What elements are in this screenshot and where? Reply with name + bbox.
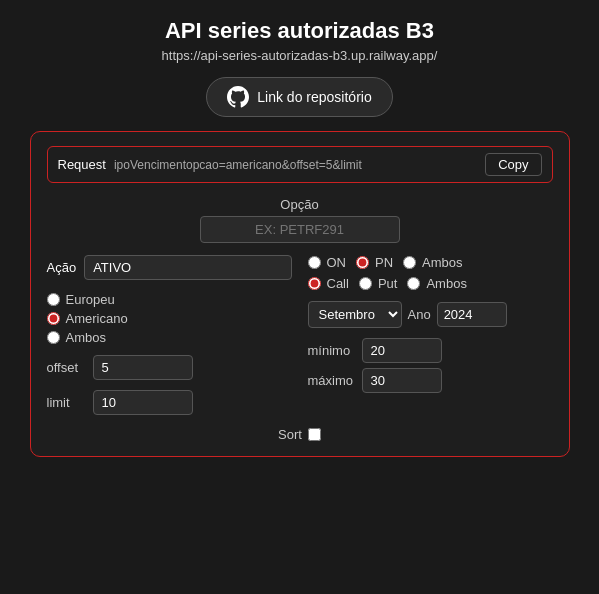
radio-americano[interactable]: Americano	[47, 311, 292, 326]
radio-ambos-tipo-label: Ambos	[422, 255, 462, 270]
main-card: Request ipoVencimentopcao=americano&offs…	[30, 131, 570, 457]
minimo-input[interactable]	[362, 338, 442, 363]
radio-pn-input[interactable]	[356, 256, 369, 269]
offset-input[interactable]	[93, 355, 193, 380]
radio-on-input[interactable]	[308, 256, 321, 269]
radio-put-input[interactable]	[359, 277, 372, 290]
callput-radio-group: Call Put Ambos	[308, 276, 553, 291]
estilo-radio-group: Europeu Americano Ambos	[47, 292, 292, 345]
radio-ambos-estilo-input[interactable]	[47, 331, 60, 344]
opcao-section: Opção	[47, 197, 553, 243]
maximo-row: máximo	[308, 368, 553, 393]
radio-europeu-input[interactable]	[47, 293, 60, 306]
radio-ambos-estilo[interactable]: Ambos	[47, 330, 292, 345]
limit-input[interactable]	[93, 390, 193, 415]
radio-pn[interactable]: PN	[356, 255, 393, 270]
minimo-label: mínimo	[308, 343, 356, 358]
minmax-group: mínimo máximo	[308, 338, 553, 393]
limit-row: limit	[47, 390, 292, 415]
radio-on-label: ON	[327, 255, 347, 270]
acao-row: Ação	[47, 255, 292, 280]
radio-ambos-cp-label: Ambos	[426, 276, 466, 291]
repo-button-label: Link do repositório	[257, 89, 371, 105]
radio-americano-label: Americano	[66, 311, 128, 326]
page-url: https://api-series-autorizadas-b3.up.rai…	[162, 48, 438, 63]
github-icon	[227, 86, 249, 108]
radio-americano-input[interactable]	[47, 312, 60, 325]
radio-europeu-label: Europeu	[66, 292, 115, 307]
radio-call[interactable]: Call	[308, 276, 349, 291]
request-bar: Request ipoVencimentopcao=americano&offs…	[47, 146, 553, 183]
month-year-row: Janeiro Fevereiro Março Abril Maio Junho…	[308, 301, 553, 328]
form-grid: Ação Europeu Americano Ambos offset	[47, 255, 553, 415]
minimo-row: mínimo	[308, 338, 553, 363]
repo-button[interactable]: Link do repositório	[206, 77, 392, 117]
radio-ambos-tipo[interactable]: Ambos	[403, 255, 462, 270]
radio-put[interactable]: Put	[359, 276, 398, 291]
radio-pn-label: PN	[375, 255, 393, 270]
limit-label: limit	[47, 395, 85, 410]
page-title: API series autorizadas B3	[165, 18, 434, 44]
request-label: Request	[58, 157, 106, 172]
radio-ambos-cp-input[interactable]	[407, 277, 420, 290]
tipo-radio-group: ON PN Ambos	[308, 255, 553, 270]
radio-ambos-cp[interactable]: Ambos	[407, 276, 466, 291]
radio-europeu[interactable]: Europeu	[47, 292, 292, 307]
opcao-label: Opção	[280, 197, 318, 212]
ano-input[interactable]	[437, 302, 507, 327]
sort-row: Sort	[47, 427, 553, 442]
radio-call-input[interactable]	[308, 277, 321, 290]
left-col: Ação Europeu Americano Ambos offset	[47, 255, 292, 415]
offset-row: offset	[47, 355, 292, 380]
radio-ambos-tipo-input[interactable]	[403, 256, 416, 269]
radio-ambos-estilo-label: Ambos	[66, 330, 106, 345]
opcao-input[interactable]	[200, 216, 400, 243]
radio-on[interactable]: ON	[308, 255, 347, 270]
maximo-input[interactable]	[362, 368, 442, 393]
ano-label: Ano	[408, 307, 431, 322]
acao-input[interactable]	[84, 255, 291, 280]
radio-call-label: Call	[327, 276, 349, 291]
request-url: ipoVencimentopcao=americano&offset=5&lim…	[114, 158, 477, 172]
sort-checkbox[interactable]	[308, 428, 321, 441]
offset-label: offset	[47, 360, 85, 375]
sort-label: Sort	[278, 427, 302, 442]
right-col: ON PN Ambos Call Put	[308, 255, 553, 415]
copy-button[interactable]: Copy	[485, 153, 541, 176]
month-select[interactable]: Janeiro Fevereiro Março Abril Maio Junho…	[308, 301, 402, 328]
radio-put-label: Put	[378, 276, 398, 291]
acao-label: Ação	[47, 260, 77, 275]
maximo-label: máximo	[308, 373, 356, 388]
